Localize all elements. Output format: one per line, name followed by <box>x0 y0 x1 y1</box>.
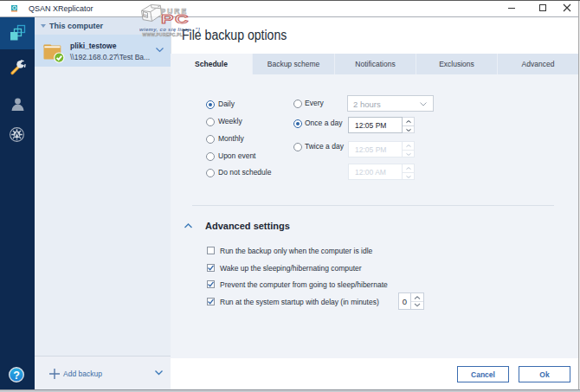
svg-text:?: ? <box>13 370 20 382</box>
svg-text:WWW.PUREPC.PL: WWW.PUREPC.PL <box>143 32 184 37</box>
svg-text:PC: PC <box>161 12 190 26</box>
